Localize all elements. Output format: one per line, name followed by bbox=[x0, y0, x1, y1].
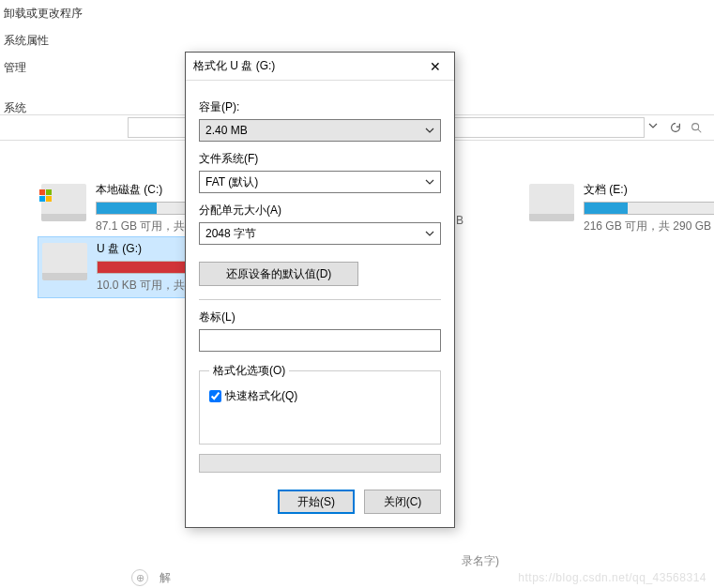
chevron-down-icon bbox=[425, 229, 434, 238]
chevron-down-icon bbox=[425, 177, 434, 187]
sidebar: 卸载或更改程序 系统属性 管理 系统 bbox=[0, 0, 122, 122]
drive-name: 文档 (E:) bbox=[584, 182, 714, 198]
refresh-button[interactable] bbox=[665, 117, 686, 138]
windows-logo-icon bbox=[39, 189, 53, 203]
filesystem-value: FAT (默认) bbox=[205, 174, 258, 190]
divider bbox=[199, 299, 441, 300]
clipped-text: B bbox=[456, 214, 463, 227]
start-button[interactable]: 开始(S) bbox=[278, 490, 355, 514]
capacity-value: 2.40 MB bbox=[205, 124, 248, 137]
ghost-text: 解 bbox=[160, 570, 171, 586]
filesystem-select[interactable]: FAT (默认) bbox=[199, 171, 441, 193]
drive-usage-fill bbox=[585, 203, 628, 214]
ghost-text-2: 录名字) bbox=[462, 553, 499, 569]
drive-icon bbox=[529, 184, 574, 221]
drive-icon bbox=[41, 184, 86, 221]
capacity-label: 容量(P): bbox=[199, 99, 441, 115]
chevron-down-icon bbox=[425, 126, 434, 135]
dialog-body: 容量(P): 2.40 MB 文件系统(F) FAT (默认) 分配单元大小(A… bbox=[186, 81, 454, 490]
close-icon: ✕ bbox=[430, 59, 441, 74]
sidebar-item-properties[interactable]: 系统属性 bbox=[0, 27, 122, 54]
drive-item-e[interactable]: 文档 (E:) 216 GB 可用，共 290 GB bbox=[525, 178, 714, 238]
dialog-buttons: 开始(S) 关闭(C) bbox=[186, 490, 454, 527]
sidebar-item-uninstall[interactable]: 卸载或更改程序 bbox=[0, 0, 122, 27]
close-button[interactable]: ✕ bbox=[417, 53, 454, 81]
drive-icon bbox=[42, 243, 87, 280]
quick-format-label: 快速格式化(Q) bbox=[225, 388, 297, 404]
search-box[interactable] bbox=[690, 117, 708, 138]
format-dialog: 格式化 U 盘 (G:) ✕ 容量(P): 2.40 MB 文件系统(F) FA… bbox=[185, 52, 455, 528]
filesystem-label: 文件系统(F) bbox=[199, 151, 441, 167]
svg-line-1 bbox=[698, 129, 702, 133]
sidebar-item-manage[interactable]: 管理 bbox=[0, 54, 122, 82]
drive-stats: 216 GB 可用，共 290 GB bbox=[584, 219, 714, 234]
format-options-legend: 格式化选项(O) bbox=[209, 363, 289, 379]
background-text: ⊕ 解 bbox=[131, 569, 171, 586]
chevron-down-icon[interactable] bbox=[648, 121, 661, 134]
svg-rect-3 bbox=[46, 189, 52, 195]
svg-rect-2 bbox=[39, 189, 45, 195]
drive-usage-fill bbox=[97, 203, 157, 214]
quick-format-row[interactable]: 快速格式化(Q) bbox=[209, 388, 431, 404]
svg-rect-4 bbox=[39, 196, 45, 202]
allocation-value: 2048 字节 bbox=[205, 226, 256, 242]
format-progress-bar bbox=[199, 454, 441, 473]
dialog-titlebar[interactable]: 格式化 U 盘 (G:) ✕ bbox=[186, 53, 454, 81]
svg-rect-5 bbox=[46, 196, 52, 202]
svg-point-0 bbox=[692, 124, 699, 130]
volume-input[interactable] bbox=[199, 329, 441, 352]
watermark: https://blog.csdn.net/qq_43568314 bbox=[518, 571, 706, 584]
dialog-title: 格式化 U 盘 (G:) bbox=[193, 58, 417, 74]
drive-info: 文档 (E:) 216 GB 可用，共 290 GB bbox=[584, 182, 714, 234]
allocation-label: 分配单元大小(A) bbox=[199, 203, 441, 219]
capacity-select[interactable]: 2.40 MB bbox=[199, 119, 441, 142]
format-options-group: 格式化选项(O) 快速格式化(Q) bbox=[199, 363, 441, 445]
volume-label: 卷标(L) bbox=[199, 309, 441, 325]
allocation-select[interactable]: 2048 字节 bbox=[199, 222, 441, 245]
close-dialog-button[interactable]: 关闭(C) bbox=[364, 490, 441, 514]
quick-format-checkbox[interactable] bbox=[209, 390, 221, 402]
target-icon: ⊕ bbox=[131, 569, 148, 586]
drive-usage-bar bbox=[584, 202, 714, 215]
restore-defaults-button[interactable]: 还原设备的默认值(D) bbox=[199, 262, 358, 286]
